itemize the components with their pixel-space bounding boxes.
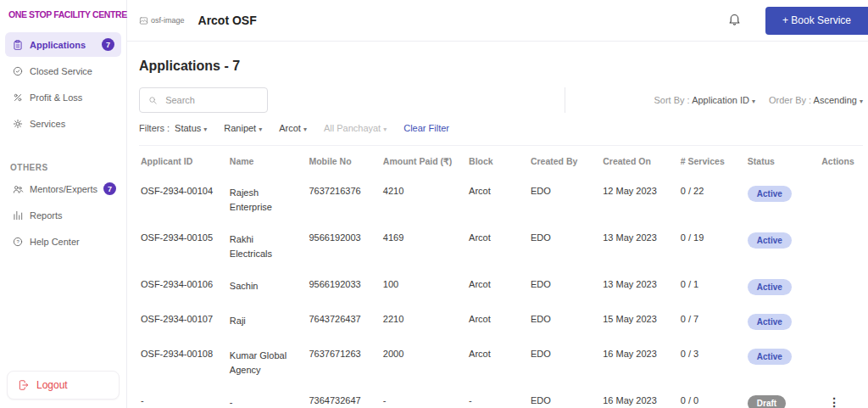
clipboard-icon — [12, 39, 24, 51]
status-badge: Active — [748, 349, 792, 365]
content-area: Applications - 7 Sort By : Application I… — [127, 42, 868, 408]
cell-created-by: EDO — [524, 386, 596, 408]
district-filter-select[interactable]: Ranipet▾ — [224, 123, 262, 133]
cell-services: 0 / 22 — [674, 176, 741, 223]
applications-table-body: OSF-2934-00104Rajesh Enterprise763721637… — [139, 176, 863, 408]
col-status: Status — [741, 146, 815, 176]
cell-mobile-no: 7364732647 — [302, 386, 376, 408]
cell-amount-paid: 4169 — [376, 223, 462, 270]
cell-applicant-id: OSF-2934-00105 — [139, 223, 223, 270]
table-row[interactable]: OSF-2934-00105Rakhi Electricals956619200… — [139, 223, 863, 270]
search-box[interactable] — [139, 87, 268, 113]
cell-amount-paid: - — [376, 386, 462, 408]
table-row[interactable]: OSF-2934-00107Raji76437264372210ArcotEDO… — [139, 305, 863, 339]
cell-status: Active — [741, 305, 815, 339]
logout-button[interactable]: Logout — [7, 371, 120, 400]
broken-image-icon — [139, 16, 148, 25]
gear-icon — [12, 118, 24, 130]
sidebar-section-others: OTHERS — [0, 156, 126, 174]
cell-block: - — [462, 386, 524, 408]
bell-icon — [727, 12, 742, 26]
cell-services: 0 / 3 — [674, 339, 741, 386]
chevron-down-icon: ▾ — [752, 98, 755, 105]
status-badge: Active — [748, 232, 792, 249]
cell-name: Kumar Global Agency — [223, 339, 303, 386]
col-amount-paid: Amount Paid (₹) — [376, 146, 462, 176]
status-badge: Active — [748, 186, 792, 202]
sort-by-group: Sort By : Application ID▾ — [654, 95, 756, 105]
people-icon — [12, 183, 24, 195]
clear-filter-link[interactable]: Clear Filter — [403, 123, 449, 133]
sidebar-item-applications[interactable]: Applications 7 — [5, 32, 121, 57]
chevron-down-icon: ▾ — [203, 126, 207, 133]
table-row[interactable]: OSF-2934-00106Sachin9566192033100ArcotED… — [139, 270, 863, 305]
chevron-down-icon: ▾ — [860, 98, 863, 105]
cell-created-on: 16 May 2023 — [596, 339, 674, 386]
panchayat-filter-select: All Panchayat▾ — [324, 123, 387, 133]
cell-created-by: EDO — [524, 339, 596, 386]
cell-created-on: 15 May 2023 — [596, 305, 674, 339]
cell-actions — [815, 270, 863, 305]
cell-amount-paid: 100 — [376, 270, 462, 305]
order-by-select[interactable]: Ascending▾ — [814, 95, 863, 105]
notifications-button[interactable] — [726, 10, 743, 31]
cell-status: Active — [741, 176, 815, 223]
cell-created-by: EDO — [524, 305, 596, 339]
search-input[interactable] — [164, 94, 259, 106]
osf-logo-broken-image: osf-image — [139, 16, 185, 25]
table-row[interactable]: OSF-2934-00104Rajesh Enterprise763721637… — [139, 176, 863, 223]
cell-actions — [815, 223, 863, 270]
sidebar-item-services[interactable]: Services — [5, 112, 121, 136]
main-column: osf-image Arcot OSF + Book Service Appli… — [127, 0, 868, 408]
applications-count-badge: 7 — [102, 38, 114, 51]
sidebar-item-label: Profit & Loss — [30, 92, 82, 103]
applications-table: Applicant ID Name Mobile No Amount Paid … — [139, 146, 863, 408]
percent-icon — [12, 92, 24, 103]
row-actions-kebab-icon[interactable]: ⋮ — [821, 395, 847, 408]
cell-amount-paid: 4210 — [376, 176, 462, 223]
chevron-down-icon: ▾ — [259, 126, 262, 133]
order-by-label: Order By : — [769, 95, 811, 105]
cell-block: Arcot — [462, 339, 524, 386]
sidebar-item-mentors-experts[interactable]: Mentors/Experts 7 — [5, 176, 121, 201]
cell-created-on: 13 May 2023 — [596, 223, 674, 270]
table-row[interactable]: OSF-2934-00108Kumar Global Agency7637671… — [139, 339, 863, 386]
cell-status: Active — [741, 223, 815, 270]
sidebar-item-label: Services — [30, 119, 65, 129]
cell-status: Draft — [741, 386, 815, 408]
sidebar-item-closed-service[interactable]: Closed Service — [5, 59, 121, 83]
cell-services: 0 / 19 — [674, 223, 741, 270]
sort-by-select[interactable]: Application ID▾ — [692, 95, 755, 105]
sidebar-item-label: Help Center — [30, 237, 80, 247]
sidebar-item-profit-loss[interactable]: Profit & Loss — [5, 86, 121, 109]
cell-block: Arcot — [462, 176, 524, 223]
filters-row: Filters : Status▾ Ranipet▾ Arcot▾ All Pa… — [139, 123, 863, 133]
cell-name: Rakhi Electricals — [223, 223, 303, 270]
col-created-on: Created On — [596, 146, 674, 176]
block-filter-select[interactable]: Arcot▾ — [279, 123, 307, 133]
cell-mobile-no: 7637216376 — [302, 176, 376, 223]
cell-name: Sachin — [223, 270, 303, 305]
book-service-button[interactable]: + Book Service — [765, 7, 868, 35]
status-badge: Active — [748, 279, 792, 295]
col-applicant-id: Applicant ID — [139, 146, 223, 176]
chevron-down-icon: ▾ — [383, 126, 387, 133]
heading-count: 7 — [232, 59, 240, 73]
status-badge: Active — [748, 314, 792, 330]
status-badge: Draft — [748, 395, 786, 408]
cell-actions — [815, 305, 863, 339]
sidebar-item-label: Closed Service — [30, 66, 92, 76]
cell-created-on: 16 May 2023 — [596, 386, 674, 408]
cell-mobile-no: 9566192033 — [302, 270, 376, 305]
heading-text: Applications - — [139, 59, 229, 73]
sidebar-item-help-center[interactable]: ? Help Center — [5, 230, 121, 254]
status-filter-select[interactable]: Status▾ — [175, 123, 207, 133]
col-actions: Actions — [815, 146, 863, 176]
sidebar-item-reports[interactable]: Reports — [5, 204, 121, 227]
check-circle-icon — [12, 65, 24, 77]
page-title: Arcot OSF — [198, 14, 257, 27]
cell-created-on: 12 May 2023 — [596, 176, 674, 223]
cell-created-on: 13 May 2023 — [596, 270, 674, 305]
table-row[interactable]: --7364732647--EDO16 May 20230 / 0Draft⋮ — [139, 386, 863, 408]
cell-applicant-id: OSF-2934-00107 — [139, 305, 223, 339]
